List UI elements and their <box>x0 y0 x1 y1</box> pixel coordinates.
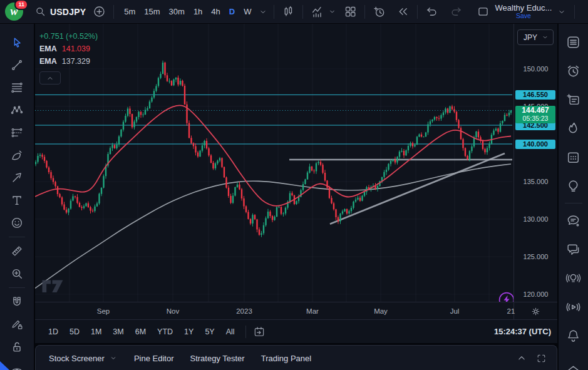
legend-collapse-button[interactable] <box>39 71 61 85</box>
panel-maximize-icon[interactable] <box>536 353 547 364</box>
range-1d[interactable]: 1D <box>43 327 64 336</box>
economic-calendar-icon <box>565 150 581 165</box>
zoom-in-tool[interactable] <box>0 262 34 285</box>
chat-button[interactable] <box>559 206 588 235</box>
tradingview-logo[interactable]: w11 <box>5 3 23 21</box>
range-5d[interactable]: 5D <box>64 327 85 336</box>
tab-strategy-tester[interactable]: Strategy Tester <box>182 354 252 363</box>
layout-grid-button[interactable] <box>342 3 359 20</box>
chat-cloud-icon <box>565 213 581 229</box>
stay-in-drawing-mode-button[interactable] <box>0 313 34 336</box>
bar-replay-button[interactable] <box>395 3 411 20</box>
panel-collapse-chevron-icon[interactable] <box>516 352 527 364</box>
chat-bubbles-icon <box>565 242 581 257</box>
watchlist-button[interactable] <box>559 28 588 56</box>
trend-line-tool[interactable] <box>0 54 34 76</box>
streams-button[interactable] <box>559 264 588 292</box>
level-price-badge: 140.000 <box>515 140 555 149</box>
price-tick: 125.000 <box>514 252 557 261</box>
unlocked-padlock-icon <box>10 340 24 354</box>
gear-icon <box>530 306 541 317</box>
prediction-tool[interactable] <box>0 121 34 144</box>
range-5y[interactable]: 5Y <box>199 327 220 336</box>
range-6m[interactable]: 6M <box>130 327 152 336</box>
arrow-marker-tool[interactable] <box>0 167 34 189</box>
alerts-button[interactable] <box>559 56 588 85</box>
text-tool[interactable] <box>0 189 34 212</box>
live-streams-button[interactable] <box>559 292 588 321</box>
price-scale[interactable]: 150.000145.000135.000130.000125.000120.0… <box>513 24 557 302</box>
range-1m[interactable]: 1M <box>85 327 107 336</box>
layout-name-menu[interactable]: Wealthy Educ... Save <box>493 4 555 20</box>
layout-dropdown-chevron-icon[interactable] <box>557 7 567 17</box>
notes-button[interactable] <box>559 85 588 114</box>
interval-5m[interactable]: 5m <box>120 7 140 16</box>
private-chats-button[interactable] <box>559 235 588 264</box>
brush-tool[interactable] <box>0 144 34 167</box>
redo-button[interactable] <box>448 3 465 20</box>
indicators-button[interactable] <box>309 3 326 21</box>
create-alert-button[interactable] <box>371 3 388 21</box>
interval-1w[interactable]: W <box>239 7 255 16</box>
time-scale[interactable]: SepNov2023MarMayJul21 <box>35 302 557 319</box>
undo-button[interactable] <box>423 3 440 20</box>
ema-legend-row: EMA137.329 <box>39 57 98 66</box>
interval-dropdown-chevron-icon[interactable] <box>258 7 268 17</box>
calendar-button[interactable] <box>559 143 588 172</box>
fib-lines-icon <box>10 81 24 95</box>
chevron-down-icon <box>541 33 549 41</box>
currency-unit-select[interactable]: JPY <box>517 29 554 45</box>
magnet-mode-button[interactable] <box>0 290 34 313</box>
tab-pine-editor[interactable]: Pine Editor <box>126 354 182 363</box>
interval-1d-active[interactable]: D <box>225 7 239 16</box>
symbol-search[interactable]: USDJPY <box>31 4 90 19</box>
fib-retracement-tool[interactable] <box>0 76 34 99</box>
trend-line-icon <box>10 58 24 72</box>
pattern-tool[interactable] <box>0 99 34 121</box>
emoji-tool[interactable] <box>0 212 34 234</box>
compare-add-symbol-button[interactable] <box>91 3 108 20</box>
toolbar-separator <box>113 5 114 19</box>
range-ytd[interactable]: YTD <box>152 327 178 336</box>
quick-trade-button[interactable] <box>498 291 513 302</box>
chart-style-button[interactable] <box>280 3 297 20</box>
save-label[interactable]: Save <box>495 12 552 20</box>
range-3m[interactable]: 3M <box>107 327 129 336</box>
interval-4h[interactable]: 4h <box>207 7 224 16</box>
session-clock[interactable]: 15:24:37 (UTC) <box>494 327 552 336</box>
layout-rectangle-icon <box>477 5 490 18</box>
scale-settings-corner[interactable] <box>513 302 557 320</box>
bar-countdown: 05:35:23 <box>515 115 555 122</box>
time-tick: 2023 <box>236 302 252 320</box>
range-1y[interactable]: 1Y <box>178 327 199 336</box>
hotlists-button[interactable] <box>559 114 588 143</box>
indicators-dropdown-chevron-icon[interactable] <box>328 7 337 16</box>
toolbar-separator <box>274 5 274 19</box>
chart-plot[interactable]: +0.751 (+0.52%) EMA141.039 EMA137.329 <box>35 24 513 302</box>
tab-trading-panel[interactable]: Trading Panel <box>253 354 319 363</box>
lock-all-drawings-button[interactable] <box>0 336 34 358</box>
candlestick-chart[interactable] <box>35 24 513 302</box>
bell-icon <box>565 328 581 344</box>
more-button-partial[interactable] <box>559 350 588 370</box>
toolbar-separator <box>417 5 418 19</box>
tab-stock-screener[interactable]: Stock Screener <box>41 354 126 363</box>
chevron-down-icon <box>109 354 118 362</box>
save-layout-button[interactable] <box>475 3 492 20</box>
price-tick: 120.000 <box>514 290 557 299</box>
candles-icon <box>282 5 295 18</box>
time-tick: 21 <box>507 302 515 320</box>
interval-1h[interactable]: 1h <box>189 7 207 16</box>
ideas-button[interactable] <box>559 172 588 200</box>
interval-30m[interactable]: 30m <box>165 7 189 16</box>
measure-tool[interactable] <box>0 240 34 262</box>
ema-legend-row: EMA141.039 <box>39 44 98 53</box>
toolbar-separator <box>364 5 365 19</box>
notifications-button[interactable] <box>559 321 588 350</box>
replay-rewind-icon <box>396 5 410 18</box>
range-all[interactable]: All <box>220 327 240 336</box>
interval-15m[interactable]: 15m <box>140 7 164 16</box>
cursor-tool[interactable] <box>0 31 34 54</box>
ruler-icon <box>10 244 24 258</box>
go-to-date-button[interactable] <box>251 324 267 340</box>
